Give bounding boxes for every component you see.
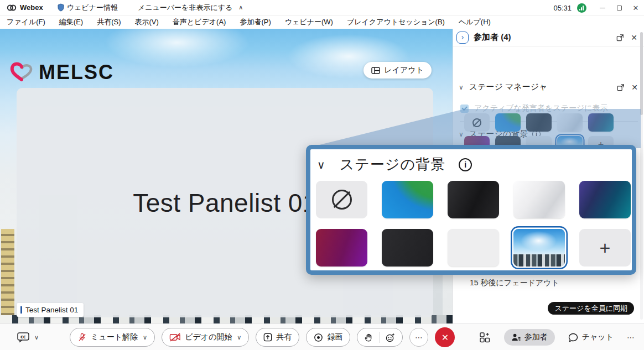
webex-window: Webex ウェビナー情報 メニューバーを非表示にする ∧ 05:31 ✕ ファ… (0, 0, 644, 350)
hide-menubar-button[interactable]: メニューバーを非表示にする ∧ (138, 3, 243, 13)
bg-swatch-silver-gradient[interactable] (513, 181, 565, 218)
bg-swatch-light-gray[interactable] (448, 229, 499, 267)
more-options-button[interactable]: ⋯ (409, 328, 428, 347)
captions-icon[interactable]: cc (17, 332, 30, 343)
menu-item-file[interactable]: ファイル(F) (7, 17, 45, 27)
bg-swatch-indigo-teal-gradient[interactable] (588, 113, 614, 132)
cloud-decoration (105, 29, 249, 67)
panel-close-button[interactable]: ✕ (631, 33, 637, 42)
titlebar: Webex ウェビナー情報 メニューバーを非表示にする ∧ 05:31 ✕ (0, 0, 644, 15)
bg-swatch-indigo-teal-gradient[interactable] (579, 181, 631, 218)
no-background-icon (332, 190, 352, 210)
webex-logo-icon (7, 4, 17, 12)
bg-swatch-none[interactable] (316, 181, 367, 218)
shield-icon (58, 3, 64, 12)
chat-icon (568, 333, 578, 342)
menu-item-participants[interactable]: 参加者(P) (240, 17, 271, 27)
video-chevron[interactable]: ∨ (237, 334, 241, 341)
start-video-button[interactable]: ビデオの開始 ∨ (162, 328, 249, 347)
participant-name-badge: Test Panelist 01 (17, 303, 84, 317)
chevron-down-icon[interactable]: ∨ (459, 130, 464, 138)
no-background-icon (472, 118, 481, 127)
sync-stage-button[interactable]: ステージを全員に同期 (548, 302, 634, 315)
bg-swatch-charcoal[interactable] (382, 229, 433, 267)
close-icon: ✕ (442, 332, 449, 343)
chat-toggle-button[interactable]: チャット (568, 332, 614, 342)
menu-item-share[interactable]: 共有(S) (97, 17, 121, 27)
connection-quality-icon (577, 3, 586, 13)
share-screen-icon (263, 333, 272, 342)
menu-item-webinar[interactable]: ウェビナー(W) (285, 17, 333, 27)
stage-manager-header: ∨ ステージ マネージャ ✕ (459, 82, 639, 92)
record-button[interactable]: 録画 (306, 328, 350, 347)
close-window-button[interactable]: ✕ (627, 0, 644, 15)
leave-meeting-button[interactable]: ✕ (435, 327, 455, 347)
reactions-group (357, 328, 403, 347)
popup-background-grid: + (316, 181, 631, 267)
minimize-button[interactable] (594, 0, 611, 15)
menu-item-breakout[interactable]: ブレイクアウトセッション(B) (347, 17, 445, 27)
minimize-icon (600, 8, 605, 8)
stage-background-popup: ∨ ステージの背景 i + (306, 145, 636, 275)
participants-panel-title: 参加者 (4) (474, 32, 511, 43)
popup-header: ∨ ステージの背景 i (317, 155, 472, 174)
building-tower (1, 229, 14, 323)
participants-panel-header: › 参加者 (4) ✕ (453, 29, 644, 46)
scrollbar-thumb[interactable] (640, 32, 643, 115)
popout-icon[interactable] (616, 34, 624, 41)
unmute-button[interactable]: ミュート解除 ∨ (70, 328, 155, 347)
chevron-right-icon: › (461, 33, 464, 41)
restore-icon (617, 6, 622, 11)
fade-note: 15 秒後にフェードアウト (470, 278, 559, 288)
bg-swatch-cityscape-photo[interactable] (513, 229, 565, 267)
stage-brand-logo: MELSC (9, 61, 114, 84)
stage-background-header: ∨ ステージの背景 i (459, 100, 639, 110)
bg-swatch-silver-gradient[interactable] (557, 113, 583, 132)
close-icon: ✕ (633, 4, 639, 12)
webex-logo: Webex (7, 3, 43, 12)
menu-item-audio-video[interactable]: 音声とビデオ(A) (173, 17, 226, 27)
app-name: Webex (20, 3, 43, 12)
bg-swatch-green-blue-gradient[interactable] (495, 113, 521, 132)
menu-item-view[interactable]: 表示(V) (135, 17, 159, 27)
layout-button[interactable]: レイアウト (363, 62, 432, 79)
chevron-up-icon: ∧ (238, 4, 243, 11)
bg-swatch-none[interactable] (464, 113, 490, 132)
popout-icon[interactable] (617, 83, 625, 91)
participants-icon (511, 333, 521, 342)
info-icon[interactable]: i (459, 158, 472, 171)
panel-collapse-button[interactable]: › (456, 32, 469, 44)
panel-scrollbar[interactable] (640, 32, 643, 320)
reactions-smiley-icon[interactable] (386, 333, 395, 342)
apps-icon[interactable] (479, 332, 491, 343)
unmute-chevron[interactable]: ∨ (143, 334, 147, 341)
captions-chevron[interactable]: ∨ (34, 334, 39, 341)
bg-swatch-dark-wave-gradient[interactable] (526, 113, 552, 132)
panels-more-button[interactable]: ⋯ (627, 333, 635, 342)
control-bar: cc ∨ ミュート解除 ∨ ビデオの開始 (0, 323, 644, 350)
brand-name: MELSC (39, 61, 114, 84)
chevron-down-icon[interactable]: ∨ (317, 158, 325, 171)
restore-button[interactable] (611, 0, 627, 15)
menu-item-edit[interactable]: 編集(E) (59, 17, 83, 27)
record-icon (314, 333, 323, 342)
participants-toggle-button[interactable]: 参加者 (504, 329, 555, 346)
popup-title: ステージの背景 (340, 155, 445, 174)
menu-item-help[interactable]: ヘルプ(H) (459, 17, 491, 27)
webinar-info-button[interactable]: ウェビナー情報 (58, 3, 118, 13)
bg-swatch-maroon-purple-gradient[interactable] (316, 229, 367, 267)
bg-swatch-green-blue-gradient[interactable] (382, 181, 433, 218)
divider (379, 332, 380, 343)
melsc-heart-icon (9, 61, 34, 83)
layout-icon (371, 67, 380, 74)
bg-swatch-add-custom[interactable]: + (579, 229, 631, 267)
svg-text:cc: cc (20, 335, 26, 339)
chevron-down-icon[interactable]: ∨ (459, 83, 464, 91)
bg-swatch-dark-wave-gradient[interactable] (448, 181, 499, 218)
raise-hand-icon[interactable] (365, 333, 373, 342)
share-button[interactable]: 共有 (256, 328, 299, 347)
stage-manager-close-button[interactable]: ✕ (631, 83, 638, 92)
mic-muted-icon (77, 332, 87, 342)
menubar: ファイル(F)編集(E)共有(S)表示(V)音声とビデオ(A)参加者(P)ウェビ… (0, 15, 644, 29)
video-tile-name: Test Panelist 01 (133, 188, 317, 218)
